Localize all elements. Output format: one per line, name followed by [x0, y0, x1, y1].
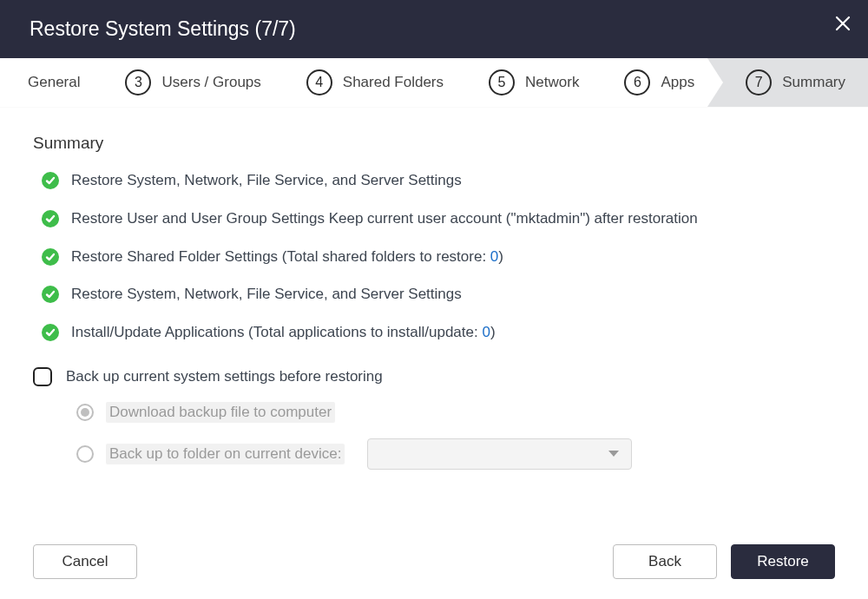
summary-item-text: Install/Update Applications (Total appli… [71, 322, 496, 343]
count-value: 0 [482, 324, 490, 340]
summary-item: Restore System, Network, File Service, a… [42, 284, 835, 305]
summary-item: Restore System, Network, File Service, a… [42, 170, 835, 191]
dialog-title: Restore System Settings (7/7) [30, 17, 296, 41]
backup-folder-select[interactable] [367, 438, 632, 470]
summary-list: Restore System, Network, File Service, a… [33, 170, 835, 343]
summary-item-text: Restore System, Network, File Service, a… [71, 284, 462, 305]
dialog-header: Restore System Settings (7/7) [0, 0, 868, 58]
summary-item-text: Restore Shared Folder Settings (Total sh… [71, 247, 503, 267]
step-summary[interactable]: 7 Summary [723, 58, 868, 107]
step-label: Users / Groups [161, 74, 260, 91]
summary-item: Restore User and User Group Settings Kee… [42, 208, 835, 229]
dialog-body: Summary Restore System, Network, File Se… [0, 108, 868, 524]
check-icon [42, 172, 59, 189]
section-title-summary: Summary [33, 134, 835, 153]
step-number-icon: 7 [746, 69, 772, 95]
radio-folder-label: Back up to folder on current device: [106, 444, 345, 464]
back-button[interactable]: Back [613, 544, 717, 579]
step-label: Apps [661, 74, 694, 91]
restore-settings-dialog: Restore System Settings (7/7) General 3 … [0, 0, 868, 599]
step-label: Network [525, 74, 579, 91]
check-icon [42, 248, 59, 266]
step-label: Shared Folders [343, 74, 444, 91]
restore-button[interactable]: Restore [731, 544, 835, 579]
step-network[interactable]: 5 Network [466, 58, 602, 107]
step-shared-folders[interactable]: 4 Shared Folders [284, 58, 466, 107]
summary-item-text: Restore System, Network, File Service, a… [71, 170, 462, 191]
check-icon [42, 286, 59, 303]
radio-download-input[interactable] [76, 404, 94, 421]
radio-download-label: Download backup file to computer [106, 402, 335, 423]
radio-folder: Back up to folder on current device: [76, 438, 835, 470]
svg-marker-2 [608, 451, 619, 457]
summary-item: Restore Shared Folder Settings (Total sh… [42, 247, 835, 267]
dialog-footer: Cancel Back Restore [0, 524, 868, 599]
backup-radio-group: Download backup file to computer Back up… [33, 402, 835, 470]
count-value: 0 [490, 248, 498, 265]
summary-item: Install/Update Applications (Total appli… [42, 322, 835, 343]
summary-item-text: Restore User and User Group Settings Kee… [71, 208, 698, 229]
backup-checkbox-row: Back up current system settings before r… [33, 367, 835, 386]
backup-checkbox[interactable] [33, 367, 52, 386]
close-button[interactable] [835, 16, 851, 35]
step-number-icon: 3 [125, 69, 151, 95]
step-label: General [28, 74, 80, 91]
step-number-icon: 6 [624, 69, 650, 95]
check-icon [42, 324, 59, 341]
backup-checkbox-label: Back up current system settings before r… [66, 368, 383, 385]
wizard-stepper: General 3 Users / Groups 4 Shared Folder… [0, 58, 868, 108]
close-icon [835, 16, 851, 31]
step-general[interactable]: General [0, 58, 102, 107]
step-label: Summary [782, 74, 845, 91]
step-apps[interactable]: 6 Apps [602, 58, 717, 107]
chevron-down-icon [608, 451, 619, 457]
step-users-groups[interactable]: 3 Users / Groups [102, 58, 283, 107]
step-number-icon: 5 [489, 69, 515, 95]
radio-folder-input[interactable] [76, 445, 94, 463]
check-icon [42, 210, 59, 227]
radio-download: Download backup file to computer [76, 402, 835, 423]
cancel-button[interactable]: Cancel [33, 544, 137, 579]
step-number-icon: 4 [306, 69, 332, 95]
